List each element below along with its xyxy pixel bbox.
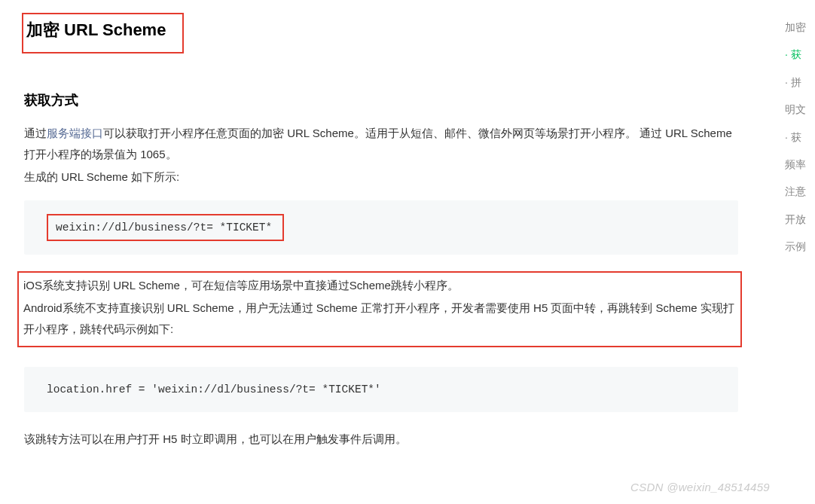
toc-item[interactable]: 加密: [785, 14, 815, 41]
toc-item[interactable]: · 获: [785, 124, 815, 151]
highlight-box-title: 加密 URL Scheme: [22, 13, 184, 53]
toc-item[interactable]: · 拼: [785, 69, 815, 96]
toc-item[interactable]: · 获: [785, 41, 815, 68]
main-content: 加密 URL Scheme 获取方式 通过服务端接口可以获取打开小程序任意页面的…: [0, 0, 761, 466]
right-toc-nav: 加密· 获· 拼明文· 获频率注意开放示例: [785, 14, 815, 261]
section-heading-get-method: 获取方式: [24, 91, 738, 109]
toc-item[interactable]: 注意: [785, 178, 815, 205]
toc-item[interactable]: 频率: [785, 151, 815, 178]
intro-prefix: 通过: [24, 127, 47, 139]
intro-paragraph-2: 生成的 URL Scheme 如下所示:: [24, 166, 738, 188]
code-location-text: location.href = 'weixin://dl/business/?t…: [47, 383, 381, 396]
intro-paragraph-group: 通过服务端接口可以获取打开小程序任意页面的加密 URL Scheme。适用于从短…: [24, 123, 738, 187]
highlight-box-platforms: iOS系统支持识别 URL Scheme，可在短信等应用场景中直接通过Schem…: [17, 271, 742, 347]
android-paragraph: Android系统不支持直接识别 URL Scheme，用户无法通过 Schem…: [23, 298, 736, 340]
code-block-scheme: weixin://dl/business/?t= *TICKET*: [24, 200, 738, 255]
highlight-box-code: weixin://dl/business/?t= *TICKET*: [47, 214, 284, 241]
toc-item[interactable]: 开放: [785, 206, 815, 233]
toc-item[interactable]: 示例: [785, 233, 815, 260]
usage-paragraph: 该跳转方法可以在用户打开 H5 时立即调用，也可以在用户触发事件后调用。: [24, 429, 738, 450]
code-scheme-text: weixin://dl/business/?t= *TICKET*: [56, 221, 272, 234]
watermark: CSDN @weixin_48514459: [630, 481, 770, 493]
title-wrapper: 加密 URL Scheme: [24, 15, 738, 53]
server-api-link[interactable]: 服务端接口: [47, 127, 103, 139]
intro-suffix: 可以获取打开小程序任意页面的加密 URL Scheme。适用于从短信、邮件、微信…: [24, 127, 732, 160]
intro-paragraph-1: 通过服务端接口可以获取打开小程序任意页面的加密 URL Scheme。适用于从短…: [24, 123, 738, 165]
code-block-location: location.href = 'weixin://dl/business/?t…: [24, 367, 738, 412]
page-title: 加密 URL Scheme: [23, 16, 175, 44]
ios-paragraph: iOS系统支持识别 URL Scheme，可在短信等应用场景中直接通过Schem…: [23, 275, 736, 296]
toc-item[interactable]: 明文: [785, 96, 815, 123]
